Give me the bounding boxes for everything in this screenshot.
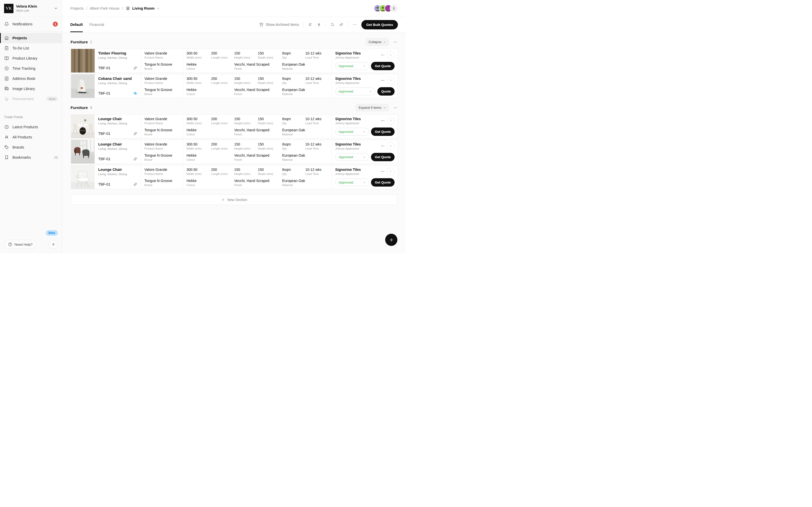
- chevron-down-icon: [383, 106, 386, 109]
- breadcrumb-project-name[interactable]: Albert Park House: [90, 6, 119, 10]
- sidebar: VK Velora Klein Alice Lee Notifications …: [0, 0, 62, 253]
- width-field-value: 300.50: [187, 142, 211, 146]
- status-dropdown[interactable]: Approved: [335, 178, 369, 186]
- new-section-label: New Section: [227, 198, 247, 202]
- new-section-button[interactable]: New Section: [70, 194, 398, 205]
- link-icon[interactable]: [133, 182, 138, 186]
- product-specs-column: 300.50Width (mm)200Length (mm)150Height …: [183, 49, 332, 72]
- bell-icon: [4, 21, 9, 26]
- view-tabs: Default Financial: [70, 17, 104, 32]
- product-thumbnail[interactable]: [71, 140, 95, 164]
- brand-field-label: Brand: [144, 67, 180, 70]
- width-field-value: 300.50: [187, 76, 211, 80]
- sidebar-item-time-tracking[interactable]: Time Tracking: [0, 63, 62, 73]
- link-icon[interactable]: [133, 66, 138, 70]
- product-thumbnail[interactable]: [71, 74, 95, 98]
- product-thumbnail[interactable]: [71, 115, 95, 138]
- add-item-fab[interactable]: [385, 234, 397, 246]
- length-field: 200Length (mm): [211, 76, 234, 84]
- get-quote-button[interactable]: Get Quote: [371, 127, 395, 136]
- more-options-icon[interactable]: [352, 22, 357, 27]
- width-field-label: Width (mm): [187, 56, 211, 59]
- section-actions: Expand 9 items: [356, 104, 398, 112]
- row-more-icon[interactable]: [380, 144, 385, 148]
- chevron-right-icon: [389, 170, 392, 173]
- need-help-button[interactable]: Need Help?: [4, 240, 36, 249]
- status-dropdown[interactable]: Approved: [335, 62, 369, 70]
- row-open-button[interactable]: [387, 76, 395, 84]
- sidebar-item-address-book[interactable]: Address Book: [0, 73, 62, 83]
- sections: Furniture2CollapseTimber FlooringLiving,…: [70, 38, 398, 189]
- get-quote-button[interactable]: Get Quote: [371, 62, 395, 70]
- status-dropdown[interactable]: Approved: [335, 153, 369, 161]
- section-more-icon[interactable]: [393, 40, 398, 44]
- share-link-icon[interactable]: [339, 22, 344, 27]
- sidebar-item-all-products[interactable]: All Products: [0, 132, 62, 142]
- row-more-icon[interactable]: [380, 53, 385, 57]
- product-code: TBF-01: [98, 182, 110, 186]
- product-thumbnail[interactable]: [71, 165, 95, 189]
- product-code-row: TBF-01: [98, 131, 138, 136]
- sidebar-item-to-do-list[interactable]: To-Do List: [0, 43, 62, 53]
- product-thumbnail[interactable]: [71, 49, 95, 72]
- show-archived-label: Show Archived Items: [266, 22, 299, 26]
- toolbar: Show Archived Items Get Bulk Quotes: [259, 17, 398, 32]
- get-bulk-quotes-button[interactable]: Get Bulk Quotes: [361, 20, 398, 30]
- status-dropdown[interactable]: Approved: [335, 128, 369, 135]
- get-quote-button[interactable]: Quote: [377, 87, 395, 96]
- sidebar-item-latest-products[interactable]: Latest Products: [0, 122, 62, 132]
- filter-sliders-icon[interactable]: [317, 22, 321, 27]
- link-icon[interactable]: [133, 131, 138, 136]
- section-collapse-button[interactable]: Collapse: [365, 38, 389, 46]
- sort-icon[interactable]: [308, 22, 312, 27]
- sidebar-item-bookmarks[interactable]: Bookmarks25: [0, 152, 62, 163]
- tab-default[interactable]: Default: [70, 17, 83, 32]
- sidebar-item-image-library[interactable]: Image Library: [0, 83, 62, 94]
- link-icon[interactable]: [133, 157, 138, 161]
- qty-field-label: Qty: [282, 56, 305, 59]
- row-more-icon[interactable]: [380, 119, 385, 123]
- get-quote-button[interactable]: Get Quote: [371, 178, 395, 186]
- product-code-row: TBF-01: [98, 66, 138, 70]
- chevron-right-icon: [389, 79, 392, 82]
- section-count: 2: [90, 40, 92, 44]
- row-open-button[interactable]: [387, 51, 395, 59]
- cloud-link-add-icon[interactable]: [133, 91, 138, 96]
- finish-field-label: Finish: [234, 93, 282, 96]
- sidebar-item-projects[interactable]: Projects: [0, 33, 62, 43]
- colour-field: HekkeColour: [187, 88, 234, 96]
- sidebar-item-brands[interactable]: Brands: [0, 142, 62, 152]
- supplier-contact: Johnny Appleseed: [335, 122, 361, 125]
- schedule-content: Furniture2CollapseTimber FlooringLiving,…: [62, 33, 406, 253]
- row-open-button[interactable]: [387, 117, 395, 124]
- sidebar-item-procurement[interactable]: ProcurementSoon: [0, 94, 62, 104]
- product-brand-column: Valore GrandeProduct NameTongue N Groove…: [141, 115, 183, 138]
- breadcrumb-projects[interactable]: Projects: [70, 6, 84, 10]
- show-archived-toggle[interactable]: Show Archived Items: [259, 22, 299, 27]
- workspace-switcher[interactable]: VK Velora Klein Alice Lee: [0, 0, 62, 17]
- finish-field-value: Vecchi, Hand Scraped: [234, 128, 282, 132]
- sidebar-item-label: Bookmarks: [12, 155, 31, 160]
- section-expand-button[interactable]: Expand 9 items: [356, 104, 389, 112]
- row-more-icon[interactable]: [380, 78, 385, 82]
- sidebar-collapse-button[interactable]: [49, 240, 58, 249]
- sidebar-item-notifications[interactable]: Notifications 1: [0, 19, 62, 29]
- finish-field-label: Finish: [234, 183, 282, 186]
- material-field-label: Material: [282, 133, 328, 136]
- tab-financial[interactable]: Financial: [89, 17, 104, 32]
- row-open-button[interactable]: [387, 142, 395, 150]
- product-name: Lounge Chair: [98, 142, 138, 146]
- product-rooms: Living, Kitchen, Dining: [98, 147, 138, 150]
- material-field: European OakMaterial: [282, 62, 328, 70]
- chevron-right-icon: [389, 145, 392, 148]
- lead-time-field-label: Lead Time: [305, 56, 328, 59]
- avatar-overflow-count[interactable]: 5: [390, 4, 398, 12]
- room-dropdown[interactable]: Living Room: [125, 6, 160, 11]
- section-more-icon[interactable]: [393, 105, 398, 110]
- sidebar-item-product-library[interactable]: Product Library: [0, 53, 62, 63]
- row-more-icon[interactable]: [380, 169, 385, 173]
- search-icon[interactable]: [330, 22, 335, 27]
- status-dropdown[interactable]: Approved: [335, 88, 375, 95]
- row-open-button[interactable]: [387, 168, 395, 175]
- get-quote-button[interactable]: Get Quote: [371, 153, 395, 161]
